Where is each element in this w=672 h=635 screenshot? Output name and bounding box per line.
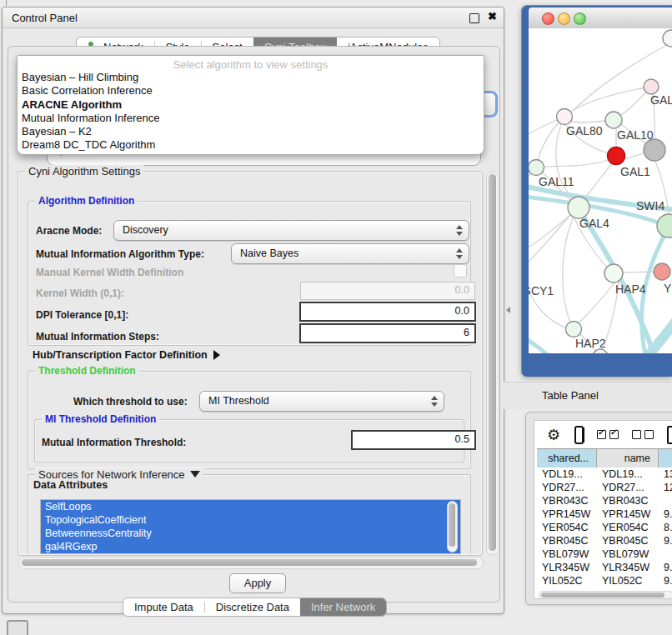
table-row[interactable]: YBR043CYBR043C [537, 494, 672, 508]
close-traffic-light-icon[interactable] [542, 12, 554, 25]
apply-button[interactable]: Apply [229, 573, 286, 593]
algorithm-option[interactable]: Bayesian – K2 [18, 125, 484, 138]
network-node[interactable] [644, 139, 665, 161]
minimize-traffic-light-icon[interactable] [558, 12, 570, 25]
control-panel-titlebar[interactable]: Control Panel ✖ [3, 8, 504, 28]
table-cell: YBR045C [537, 534, 597, 548]
table-row[interactable]: YER054CYER054C8. [537, 521, 672, 534]
network-node-gal[interactable] [644, 79, 659, 94]
attribute-list-scrollbar[interactable] [447, 501, 458, 552]
network-node-hap4[interactable] [604, 264, 623, 282]
table-cell: YBR043C [597, 494, 659, 508]
scrollbar-thumb[interactable] [449, 503, 455, 547]
mi-threshold-field[interactable]: 0.5 [351, 430, 476, 450]
network-edge [579, 282, 614, 323]
kernel-width-field[interactable]: 0.0 [300, 282, 475, 300]
dock-panel-icon[interactable] [7, 620, 28, 635]
algorithm-option[interactable]: Mutual Information Inference [18, 112, 484, 125]
stepper-icon [454, 244, 464, 263]
which-threshold-combo[interactable]: MI Threshold [199, 391, 444, 412]
panel-divider[interactable] [503, 0, 521, 635]
algorithm-option[interactable]: Dream8 DC_TDC Algorithm [18, 138, 484, 152]
deselect-all-icon[interactable] [632, 430, 654, 439]
algorithm-option[interactable]: Bayesian – Hill Climbing [18, 71, 484, 84]
hub-definition-expander[interactable]: Hub/Transcription Factor Definition [33, 349, 220, 361]
table-row[interactable]: YDR27...YDR27...12 [537, 481, 672, 494]
tab-discretize-data[interactable]: Discretize Data [205, 598, 300, 616]
scrollbar-thumb[interactable] [22, 559, 477, 566]
network-node-gal4[interactable] [568, 197, 589, 218]
scrollbar-thumb[interactable] [489, 174, 496, 551]
settings-horizontal-scrollbar[interactable] [18, 557, 484, 569]
mi-threshold-group-title: MI Threshold Definition [42, 413, 159, 425]
expand-right-icon [213, 350, 220, 360]
mi-type-combo[interactable]: Naive Bayes [231, 243, 469, 264]
table-row[interactable]: YDL19...YDL19...13 [537, 468, 672, 481]
select-all-icon[interactable] [597, 430, 619, 439]
settings-vertical-scrollbar[interactable] [486, 172, 499, 555]
network-canvas[interactable]: GALGAL80GAL10GAL1GAL11GAL4SWI4HAP4YGCY1H… [529, 28, 672, 353]
table-row[interactable]: YIL052CYIL052C9. [537, 574, 672, 588]
node-label: HAP4 [615, 282, 646, 296]
network-window-titlebar[interactable] [529, 8, 672, 29]
scrollbar-thumb[interactable] [541, 592, 664, 598]
manual-kernel-checkbox[interactable] [454, 264, 467, 278]
table-row[interactable]: YLR345WYLR345W9. [537, 561, 672, 574]
table-cell [659, 494, 672, 508]
tab-infer-network[interactable]: Infer Network [300, 598, 386, 616]
aracne-mode-combo[interactable]: Discovery [113, 220, 469, 241]
table-row[interactable]: YBL079WYBL079W [537, 548, 672, 561]
network-graph: GALGAL80GAL10GAL1GAL11GAL4SWI4HAP4YGCY1H… [529, 28, 672, 353]
data-attributes-list: SelfLoopsTopologicalCoefficientBetweenne… [40, 499, 461, 554]
table-cell: YPR145W [597, 508, 659, 521]
table-horizontal-scrollbar[interactable] [539, 591, 672, 599]
table-row[interactable]: YPR145WYPR145W9. [537, 508, 672, 521]
column-header-name[interactable]: name [597, 449, 659, 468]
mi-steps-value: 6 [464, 327, 469, 338]
tab-impute-data[interactable]: Impute Data [123, 598, 204, 616]
network-edge [584, 163, 612, 199]
divider-collapse-icon[interactable] [506, 307, 510, 313]
mi-steps-label: Mutual Information Steps: [36, 331, 159, 342]
collapse-down-icon [190, 471, 200, 478]
network-node[interactable] [663, 30, 672, 47]
mi-threshold-label: Mutual Information Threshold: [42, 437, 186, 448]
data-attribute-item[interactable]: SelfLoops [41, 500, 460, 513]
zoom-traffic-light-icon[interactable] [574, 12, 586, 25]
data-attribute-item[interactable]: gal4RGexp [41, 540, 460, 553]
network-node-y[interactable] [654, 263, 670, 280]
algorithm-option[interactable]: Basic Correlation Inference [18, 84, 484, 98]
kernel-width-value: 0.0 [455, 284, 469, 296]
export-table-icon[interactable] [667, 426, 672, 444]
network-node-gal1[interactable] [608, 148, 625, 165]
dpi-tolerance-value: 0.0 [455, 305, 469, 317]
column-header-shared...[interactable]: shared... [537, 449, 597, 468]
node-label: GAL4 [579, 217, 609, 230]
network-node-swi4[interactable] [657, 214, 672, 238]
close-icon[interactable]: ✖ [488, 10, 497, 22]
node-label: GAL1 [620, 165, 650, 178]
network-node-gal10[interactable] [605, 112, 622, 128]
algorithm-dropdown-popup: Select algorithm to view settings Bayesi… [17, 55, 484, 155]
threshold-definition-title: Threshold Definition [35, 365, 139, 377]
data-attribute-item[interactable]: BetweennessCentrality [41, 527, 460, 540]
dpi-tolerance-field[interactable]: 0.0 [299, 302, 476, 322]
table-cell: YLR345W [597, 561, 659, 574]
gear-icon[interactable]: ⚙ [547, 426, 560, 444]
table-row[interactable]: YBR045CYBR045C9. [537, 534, 672, 548]
network-node-gal11[interactable] [529, 160, 544, 176]
table-cell: 13 [659, 468, 672, 481]
aracne-mode-value: Discovery [123, 224, 168, 236]
algorithm-definition-title: Algorithm Definition [35, 195, 138, 207]
network-node-hap2[interactable] [566, 322, 582, 338]
mi-steps-field[interactable]: 6 [299, 323, 476, 343]
node-label: GAL80 [566, 124, 603, 138]
data-attribute-item[interactable]: TopologicalCoefficient [41, 513, 460, 527]
table-cell: YER054C [537, 521, 597, 534]
float-window-icon[interactable] [469, 13, 479, 23]
split-columns-icon[interactable] [574, 426, 583, 444]
table-cell: 9. [659, 508, 672, 521]
network-node-gal80[interactable] [557, 109, 573, 125]
algorithm-option[interactable]: ARACNE Algorithm [18, 98, 484, 112]
column-header-hidden[interactable] [659, 449, 672, 468]
